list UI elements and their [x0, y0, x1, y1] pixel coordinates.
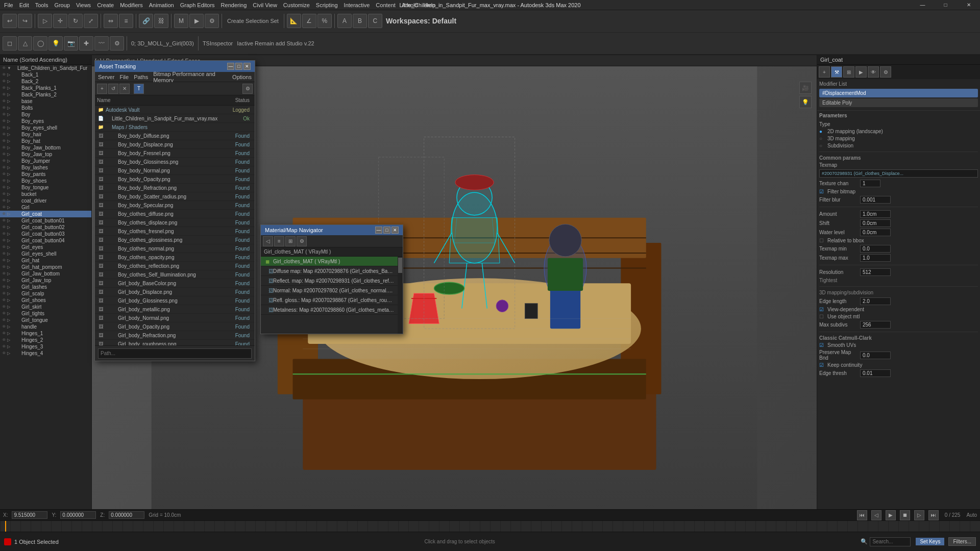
asset-row[interactable]: 🖼 Girl_body_roughness.png Found	[95, 340, 255, 345]
tree-item[interactable]: 👁 ▷ Girl_scalp	[0, 290, 91, 297]
track-button[interactable]: T	[134, 84, 144, 94]
asset-row[interactable]: 🖼 Girl_body_BaseColor.png Found	[95, 279, 255, 288]
mat-minimize-button[interactable]: —	[375, 227, 382, 234]
tree-item[interactable]: 👁 ▷ Boy_hat	[0, 138, 91, 144]
asset-row[interactable]: 🖼 Boy_body_Normal.png Found	[95, 166, 255, 175]
mat-nav-list[interactable]: ≡	[274, 236, 284, 246]
create-tab-button[interactable]: +	[819, 66, 830, 78]
timeline-playhead[interactable]	[5, 521, 6, 532]
mat-scrollbar-thumb[interactable]	[398, 258, 402, 273]
asset-row[interactable]: 🖼 Boy_body_Refraction.png Found	[95, 184, 255, 192]
mat-nav-back[interactable]: ◁	[263, 236, 273, 246]
next-frame-button[interactable]: ▷	[914, 510, 924, 520]
mat-scrollbar[interactable]	[398, 257, 403, 334]
named-sel-2-button[interactable]: B	[353, 14, 367, 28]
menu-options[interactable]: Options	[232, 74, 252, 80]
menu-civil[interactable]: Civil View	[253, 2, 277, 8]
rel-bbox-check[interactable]: ☐	[819, 238, 825, 243]
menu-modifiers[interactable]: Modifiers	[120, 2, 143, 8]
tree-item[interactable]: 👁 ▷ Hinges_1	[0, 330, 91, 337]
radio-sub[interactable]: ○	[819, 143, 825, 148]
tree-item[interactable]: 👁 ▷ Hinges_2	[0, 337, 91, 343]
tree-item[interactable]: 👁 ▷ Girl_tongue	[0, 317, 91, 323]
tree-item[interactable]: 👁 ▷ Boy_Jaw_top	[0, 151, 91, 158]
mirror-button[interactable]: ⇔	[104, 14, 118, 28]
tree-item[interactable]: 👁 ▷ Girl_hat_pompom	[0, 264, 91, 270]
helpers-button[interactable]: ✚	[79, 36, 93, 51]
menu-edit[interactable]: Edit	[19, 2, 29, 8]
link-button[interactable]: 🔗	[139, 14, 153, 28]
filter-blur-input[interactable]: 0.001	[860, 196, 891, 204]
timeline-bar[interactable]	[0, 520, 980, 532]
max-subdiv-input[interactable]: 256	[860, 321, 891, 329]
texture-chan-input[interactable]: 1	[860, 180, 880, 187]
asset-row[interactable]: 🖼 Boy_clothes_normal.png Found	[95, 244, 255, 253]
mat-row[interactable]: 🖼 Reflect. map: Map #20070298931 (Girl_c…	[261, 276, 398, 286]
render-button[interactable]: ▶	[189, 14, 204, 28]
menu-file[interactable]: File	[4, 2, 13, 8]
menu-file[interactable]: File	[119, 74, 129, 80]
scale-button[interactable]: ⤢	[84, 14, 98, 28]
named-sel-button[interactable]: A	[337, 14, 352, 28]
edge-len-input[interactable]: 2.0	[860, 297, 891, 305]
menu-scripting[interactable]: Scripting	[316, 2, 338, 8]
snap-button[interactable]: 📐	[287, 14, 301, 28]
coord-x-input[interactable]	[12, 511, 47, 519]
set-keys-button[interactable]: Set Keys	[916, 538, 944, 545]
view-dep-check[interactable]: ☑	[819, 307, 825, 312]
dialog-close-button[interactable]: ✕	[243, 63, 251, 70]
amount-input[interactable]: 1.0cm	[860, 210, 891, 218]
display-button[interactable]: ◻	[3, 36, 17, 51]
undo-button[interactable]: ↩	[3, 14, 17, 28]
tree-item[interactable]: 👁 ▷ Back_Planks_1	[0, 85, 91, 91]
display-tab-button[interactable]: 👁	[868, 66, 879, 78]
tree-item[interactable]: 👁 ▷ Back_Planks_2	[0, 91, 91, 98]
menu-interactive[interactable]: Interactive	[344, 2, 370, 8]
tree-item[interactable]: 👁 ▷ Boy_shoes	[0, 178, 91, 184]
asset-row[interactable]: 🖼 Boy_clothes_Self_Illumination.png Foun…	[95, 270, 255, 279]
tree-item[interactable]: 👁 ▷ handle	[0, 323, 91, 330]
asset-row[interactable]: 🖼 Girl_body_metallic.png Found	[95, 305, 255, 314]
menu-customize[interactable]: Customize	[283, 2, 310, 8]
angle-snap-button[interactable]: ∠	[302, 14, 316, 28]
cameras-button[interactable]: 📷	[64, 36, 78, 51]
maximize-button[interactable]: □	[934, 0, 957, 10]
tree-item[interactable]: 👁 ▷ Boy_hair	[0, 131, 91, 138]
asset-row[interactable]: 🖼 Boy_body_Displace.png Found	[95, 140, 255, 149]
asset-row[interactable]: 🖼 Girl_body_Glossiness.png Found	[95, 296, 255, 305]
menu-content[interactable]: Content	[376, 2, 396, 8]
menu-rendering[interactable]: Rendering	[221, 2, 247, 8]
asset-row[interactable]: 🖼 Boy_clothes_diffuse.png Found	[95, 210, 255, 218]
timeline-track[interactable]	[0, 521, 980, 532]
asset-row[interactable]: 🖼 Boy_body_Glossiness.png Found	[95, 158, 255, 166]
asset-row[interactable]: 📁 Maps / Shaders	[95, 123, 255, 132]
radio-3d[interactable]: ○	[819, 136, 825, 141]
mat-entries[interactable]: ◼ Girl_clothes_MAT ( VRayMtl ) 🖼 Diffuse…	[261, 257, 398, 334]
camera-icon[interactable]: 🎥	[799, 82, 812, 94]
dialog-minimize-button[interactable]: —	[227, 63, 234, 70]
water-level-input[interactable]: 0.0cm	[860, 229, 891, 236]
texmap-min-input[interactable]: 0.0	[860, 245, 891, 253]
tree-item[interactable]: 👁 ▷ Bolts	[0, 105, 91, 111]
mat-row[interactable]: 🖼 Metalness: Map #20070298860 (Girl_clot…	[261, 305, 398, 315]
tree-item[interactable]: 👁 ▷ Boy_eyes_shell	[0, 124, 91, 131]
light-icon[interactable]: 💡	[799, 96, 812, 108]
tree-item[interactable]: 👁 ▷ Hinges_3	[0, 343, 91, 350]
tree-item[interactable]: 👁 ▼ Little_Children_in_Sandpit_Fur	[0, 65, 91, 71]
modifier-entry-editable-poly[interactable]: Editable Poly	[819, 98, 978, 107]
mat-row[interactable]: ◼ Girl_clothes_MAT ( VRayMtl )	[261, 257, 398, 266]
tree-item[interactable]: 👁 ▷ Girl_shoes	[0, 297, 91, 304]
search-input[interactable]	[870, 537, 911, 546]
path-input[interactable]	[98, 348, 252, 359]
render-settings-button[interactable]: ⚙	[205, 14, 219, 28]
modify-tab-button[interactable]: ⚒	[831, 66, 842, 78]
keep-contin-check[interactable]: ☑	[819, 362, 825, 368]
minimize-button[interactable]: —	[911, 0, 934, 10]
asset-row[interactable]: 🖼 Boy_clothes_displace.png Found	[95, 218, 255, 227]
asset-row[interactable]: 🖼 Boy_body_Specular.png Found	[95, 201, 255, 210]
settings-button[interactable]: ⚙	[242, 84, 253, 94]
shapes-button[interactable]: ◯	[33, 36, 47, 51]
tree-item[interactable]: 👁 ▷ base	[0, 98, 91, 105]
select-button[interactable]: ▷	[38, 14, 52, 28]
tree-item[interactable]: 👁 ▷ Boy_tongue	[0, 184, 91, 191]
